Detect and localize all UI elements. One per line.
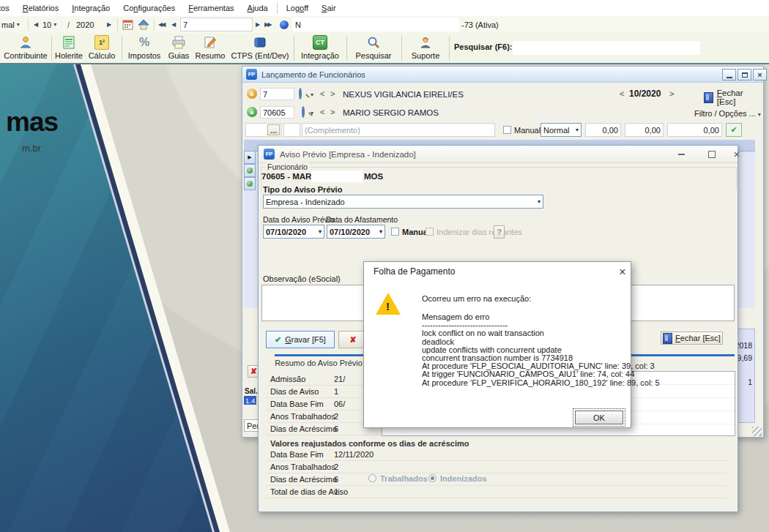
valores-section-header: Valores reajustados conforme os dias de … (270, 439, 469, 448)
toolbar-holerite-button[interactable]: Holerite (53, 35, 84, 61)
company-code-field[interactable]: 7 (260, 88, 294, 100)
month-field[interactable]: 10 ▾ (42, 16, 56, 33)
search-f6-input[interactable] (513, 41, 700, 55)
main-toolbar: Contribuinte Holerite 1² Cálculo % Impos… (0, 33, 769, 64)
data-aviso-combo[interactable]: 07/10/2020▾ (263, 225, 324, 239)
wallpaper-logo-text: mas (6, 107, 58, 138)
close-icon[interactable]: × (615, 265, 630, 280)
next-month-icon[interactable]: ▶ (107, 16, 111, 33)
company-search-icon[interactable] (299, 88, 302, 100)
pesquisar-icon (366, 35, 381, 50)
employee-code-field[interactable]: 70605 (260, 106, 294, 119)
indenizar-checkbox[interactable] (426, 228, 434, 236)
maximize-button[interactable] (704, 147, 720, 162)
menu-item-sair[interactable]: Sair (315, 4, 343, 12)
menu-item-ajuda[interactable]: Ajuda (241, 4, 275, 12)
confirm-entry-button[interactable]: ✔ (726, 123, 742, 137)
minimize-button[interactable] (722, 69, 736, 80)
error-line: At procedure 'FLP_ESOCIAL_AUDITORIA_FUNC… (422, 361, 660, 370)
toolbar-resumo-button[interactable]: Resumo (193, 35, 228, 61)
menu-item-logoff[interactable]: Logoff (280, 4, 315, 12)
evento-lookup-button[interactable]: ... (267, 124, 280, 135)
menu-item-ferramentas[interactable]: Ferramentas (182, 4, 240, 12)
grid-row-marker[interactable]: ▶ (244, 151, 256, 164)
employee-prev-icon[interactable]: < (320, 108, 324, 116)
resize-grip[interactable] (752, 427, 762, 436)
tipo-folha-combo[interactable]: Normal▾ (540, 123, 582, 137)
first-record-icon[interactable]: ◀◀ (158, 16, 164, 33)
minimize-button[interactable] (673, 147, 689, 162)
radio-trabalhados[interactable] (368, 474, 376, 482)
tipo-aviso-combo[interactable]: Empresa - Indenizado▾ (263, 195, 543, 209)
toolbar-integracao-button[interactable]: CT Integração (297, 35, 343, 61)
employee-icon: a (247, 107, 257, 117)
ok-button[interactable]: OK (575, 411, 623, 424)
dropdown-icon: ▾ (17, 21, 20, 28)
folha-type-combo[interactable]: mal ▾ (1, 16, 20, 33)
complemento-field[interactable]: (Complemento) (302, 123, 495, 137)
data-afastamento-combo[interactable]: 07/10/2020▾ (327, 225, 385, 239)
manual-checkbox[interactable] (391, 228, 399, 236)
radio-indenizados-label: Indenizados (440, 474, 487, 483)
tab-resumo-aviso[interactable]: Resumo do Aviso Prévio (263, 356, 374, 370)
toolbar-suporte-button[interactable]: Suporte (405, 35, 446, 61)
menu-item-configuracoes[interactable]: Configurações (116, 4, 182, 12)
toolbar-guias-button[interactable]: Guias (166, 35, 192, 61)
toolbar-ctps-button[interactable]: CTPS (Ent/Dev) (229, 35, 291, 61)
periodo-field[interactable]: Perí (244, 419, 259, 432)
year-field[interactable]: 2020 (76, 16, 94, 33)
error-line: At trigger 'FUNCIONARIO_CAMPOS_AIU1' lin… (422, 370, 660, 378)
filtro-opcoes-button[interactable]: Filtro / Opções ... ▾ (694, 109, 761, 118)
valor3-field[interactable]: 0,00 (667, 123, 722, 137)
employee-next-icon[interactable]: > (330, 108, 335, 116)
error-message-block: Mensagem do erro -----------------------… (422, 312, 660, 386)
company-search-dropdown-icon[interactable]: ▾ (311, 91, 313, 98)
company-prev-icon[interactable]: < (320, 89, 324, 98)
valor1-field[interactable]: 0,00 (585, 123, 621, 137)
toolbar-calculo-button[interactable]: 1² Cálculo (85, 35, 119, 61)
error-intro-text: Ocorreu um erro na execução: (422, 294, 531, 303)
calendar-icon[interactable] (122, 16, 133, 33)
gravar-button[interactable]: ✔ Gravar [F5] (266, 331, 335, 348)
menu-item-partial[interactable]: tos (0, 4, 16, 12)
prev-record-icon[interactable]: ◀ (171, 16, 176, 33)
error-line: At procedure 'FLP_VERIFICA_HORARIO_180_1… (422, 378, 660, 386)
wallpaper-logo-url: m.br (22, 143, 41, 154)
company-info-icon[interactable] (280, 16, 289, 33)
manual-checkbox[interactable] (503, 126, 511, 134)
company-next-icon[interactable]: > (330, 89, 335, 98)
last-record-icon[interactable]: ▶▶ (264, 16, 270, 33)
toolbar-pesquisar-button[interactable]: Pesquisar (350, 35, 397, 61)
menu-item-relatorios[interactable]: Relatórios (16, 4, 66, 12)
maximize-button[interactable] (738, 69, 751, 80)
evento-code-field[interactable]: ... (245, 123, 281, 137)
aviso-fechar-button[interactable]: Fechar [Esc] (661, 331, 723, 345)
suporte-icon (418, 35, 433, 50)
evento-ref-field[interactable] (283, 123, 300, 137)
lancamento-fechar-button[interactable]: Fechar [Esc] (704, 89, 763, 106)
error-dialog-titlebar[interactable]: Folha de Pagamento (364, 262, 631, 281)
period-prev-icon[interactable]: < (620, 89, 624, 98)
employee-search-icon[interactable] (302, 106, 305, 118)
grid-row-header[interactable] (244, 177, 256, 190)
period-next-icon[interactable]: > (669, 89, 674, 98)
home-icon[interactable] (138, 16, 149, 33)
grid-row-header[interactable] (244, 164, 256, 177)
toolbar-contribuinte-button[interactable]: Contribuinte (2, 35, 49, 61)
toolbar-impostos-button[interactable]: % Impostos (125, 35, 164, 61)
company-selector-field[interactable]: N (292, 18, 459, 31)
record-number-field[interactable]: 7 (180, 18, 253, 31)
employee-search-dropdown-icon[interactable]: ▾ (311, 110, 313, 116)
lancamento-titlebar[interactable]: FP Lançamento de Funcionários (242, 67, 763, 83)
help-button[interactable]: ? (494, 225, 505, 239)
radio-indenizados[interactable] (428, 474, 436, 482)
aviso-titlebar[interactable]: FP Aviso Prévio [Empresa - Indenizado] (259, 146, 738, 163)
menu-item-integracao[interactable]: Integração (65, 4, 116, 12)
close-button[interactable]: × (729, 146, 745, 162)
prev-month-icon[interactable]: ◀ (34, 16, 38, 33)
valor2-field[interactable]: 0,00 (625, 123, 664, 137)
close-button[interactable]: × (753, 69, 767, 80)
date-separator: / (67, 16, 70, 33)
next-record-icon[interactable]: ▶ (256, 16, 260, 33)
ctps-icon (253, 35, 267, 50)
